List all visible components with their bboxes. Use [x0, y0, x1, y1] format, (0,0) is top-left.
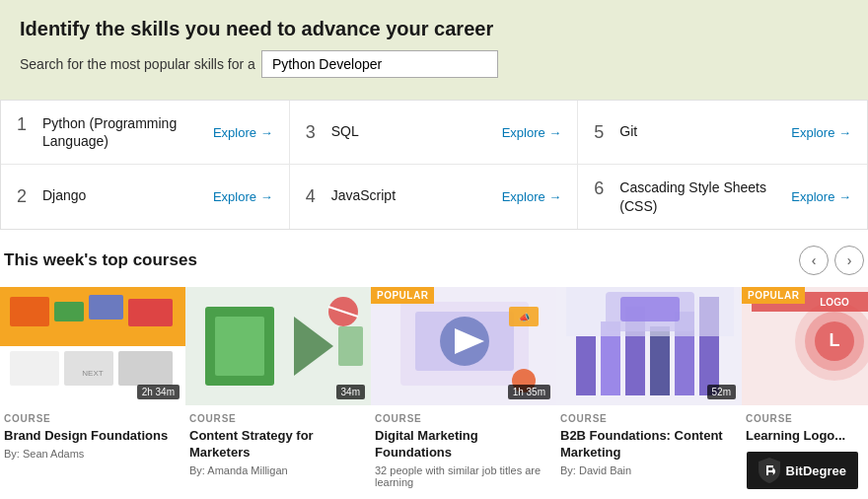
course-thumbnail: 📣 POPULAR 1h 35m [371, 287, 556, 405]
skill-number: 3 [306, 122, 322, 143]
skill-search-input[interactable] [261, 50, 498, 78]
skill-left: 3 SQL [306, 122, 359, 143]
course-duration: 52m [707, 385, 736, 399]
explore-link[interactable]: Explore → [502, 125, 562, 140]
course-type-label: COURSE [189, 413, 367, 424]
explore-link[interactable]: Explore → [213, 125, 273, 140]
course-title: Digital Marketing Foundations [375, 428, 552, 462]
skill-name: Django [42, 186, 86, 204]
course-card[interactable]: 52m COURSE B2B Foundations: Content Mark… [556, 287, 742, 492]
skill-item: 5 Git Explore → [578, 101, 867, 165]
skill-left: 2 Django [17, 186, 86, 207]
course-info: COURSE Content Strategy for Marketers By… [185, 405, 371, 480]
explore-link[interactable]: Explore → [502, 189, 562, 204]
explore-link[interactable]: Explore → [791, 189, 851, 204]
skill-left: 4 JavaScript [306, 186, 396, 207]
course-card[interactable]: 34m COURSE Content Strategy for Marketer… [185, 287, 371, 492]
svg-rect-29 [650, 326, 670, 395]
explore-link[interactable]: Explore → [213, 189, 273, 204]
skill-item: 4 JavaScript Explore → [290, 165, 579, 228]
svg-rect-34 [620, 297, 680, 321]
skill-number: 5 [594, 122, 610, 143]
svg-rect-26 [576, 336, 596, 395]
skill-name: SQL [331, 122, 359, 140]
course-author: By: Amanda Milligan [189, 464, 367, 476]
hero-section: Identify the skills you need to advance … [0, 0, 868, 100]
skill-number: 6 [594, 178, 610, 199]
hero-title: Identify the skills you need to advance … [20, 18, 848, 40]
skill-item: 1 Python (Programming Language) Explore … [1, 101, 290, 165]
course-author: 32 people with similar job titles are le… [375, 464, 552, 488]
course-author: By: Sean Adams [4, 448, 181, 460]
course-info: COURSE Digital Marketing Foundations 32 … [371, 405, 556, 492]
svg-rect-5 [128, 299, 173, 326]
course-title: B2B Foundations: Content Marketing [560, 428, 738, 462]
course-duration: 1h 35m [508, 385, 550, 399]
popular-badge: POPULAR [371, 287, 434, 304]
bitdegree-shield-icon [759, 458, 780, 483]
course-thumbnail: L LOGO POPULAR [742, 287, 868, 405]
svg-rect-2 [10, 297, 49, 326]
hero-search-label: Search for the most popular skills for a [20, 56, 255, 72]
skill-left: 6 Cascading Style Sheets (CSS) [594, 178, 791, 214]
course-type-label: COURSE [4, 413, 181, 424]
bitdegree-text: BitDegree [786, 463, 846, 478]
skill-item: 6 Cascading Style Sheets (CSS) Explore → [578, 165, 867, 228]
course-info: COURSE Learning Logo... [742, 405, 868, 452]
skill-name: Git [619, 122, 637, 140]
svg-rect-12 [215, 317, 264, 376]
course-type-label: COURSE [746, 413, 868, 424]
hero-search-row: Search for the most popular skills for a [20, 50, 848, 78]
course-card[interactable]: NEXT 2h 34m COURSE Brand Design Foundati… [0, 287, 185, 492]
svg-text:NEXT: NEXT [82, 369, 103, 378]
bitdegree-watermark: BitDegree [747, 452, 858, 489]
svg-text:L: L [830, 330, 840, 350]
course-title: Content Strategy for Marketers [189, 428, 367, 462]
skill-number: 1 [17, 114, 33, 135]
svg-text:📣: 📣 [519, 312, 531, 323]
skill-item: 3 SQL Explore → [290, 101, 579, 165]
svg-rect-3 [54, 302, 84, 321]
skill-item: 2 Django Explore → [1, 165, 290, 228]
course-info: COURSE Brand Design Foundations By: Sean… [0, 405, 185, 463]
skill-name: Python (Programming Language) [42, 114, 213, 150]
skills-grid: 1 Python (Programming Language) Explore … [1, 101, 867, 229]
course-title: Learning Logo... [746, 428, 868, 445]
svg-rect-4 [89, 295, 123, 320]
explore-link[interactable]: Explore → [791, 125, 851, 140]
skills-section: 1 Python (Programming Language) Explore … [0, 100, 868, 230]
course-duration: 2h 34m [137, 385, 180, 399]
skill-name: JavaScript [331, 186, 396, 204]
course-thumbnail: NEXT 2h 34m [0, 287, 185, 405]
skill-left: 1 Python (Programming Language) [17, 114, 213, 150]
svg-rect-6 [10, 351, 59, 386]
courses-header: This week's top courses ‹ › [0, 246, 868, 287]
skill-number: 2 [17, 186, 33, 207]
nav-arrows: ‹ › [799, 246, 864, 275]
course-info: COURSE B2B Foundations: Content Marketin… [556, 405, 742, 480]
course-thumbnail: 52m [556, 287, 742, 405]
course-type-label: COURSE [375, 413, 552, 424]
course-author: By: David Bain [560, 464, 738, 476]
course-duration: 34m [336, 385, 365, 399]
courses-scroll: NEXT 2h 34m COURSE Brand Design Foundati… [0, 287, 868, 492]
popular-badge: POPULAR [742, 287, 805, 304]
course-card[interactable]: 📣 POPULAR 1h 35m COURSE Digital Marketin… [371, 287, 556, 492]
skill-number: 4 [306, 186, 322, 207]
svg-rect-14 [338, 326, 363, 366]
next-arrow[interactable]: › [834, 246, 864, 275]
course-title: Brand Design Foundations [4, 428, 181, 445]
prev-arrow[interactable]: ‹ [799, 246, 829, 275]
svg-text:LOGO: LOGO [820, 297, 849, 308]
courses-section-title: This week's top courses [4, 250, 197, 270]
svg-rect-8 [118, 351, 173, 386]
courses-section: This week's top courses ‹ › NEXT 2h 34m … [0, 230, 868, 499]
course-thumbnail: 34m [185, 287, 371, 405]
course-type-label: COURSE [560, 413, 738, 424]
skill-left: 5 Git [594, 122, 637, 143]
skill-name: Cascading Style Sheets (CSS) [619, 178, 791, 214]
